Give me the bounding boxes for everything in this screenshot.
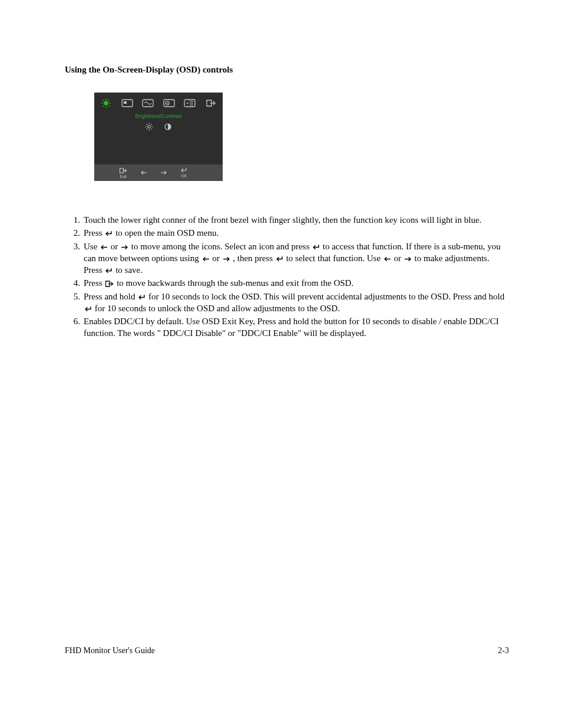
svg-point-0: [104, 101, 108, 105]
osd-sub-icons: [94, 123, 223, 133]
contrast-icon: [164, 123, 172, 133]
osd-bottom-bar: Exit OK: [94, 164, 223, 181]
right-arrow-icon: [121, 245, 128, 250]
svg-line-26: [147, 124, 147, 125]
enter-icon: [105, 230, 113, 237]
page-footer: FHD Monitor User's Guide 2-3: [65, 646, 509, 655]
position-icon: [121, 98, 133, 108]
svg-line-8: [108, 100, 110, 101]
brightness-icon: [100, 98, 112, 108]
step-6: 6. Enables DDC/CI by default. Use OSD Ex…: [65, 315, 509, 340]
osd-menu-figure: Brightness/Contrast: [94, 93, 223, 181]
options-icon: [184, 98, 196, 108]
svg-line-29: [151, 124, 151, 125]
sun-icon: [145, 123, 153, 133]
svg-point-21: [148, 126, 150, 128]
osd-section-label: Brightness/Contrast: [94, 113, 223, 119]
enter-icon: [105, 268, 113, 274]
right-arrow-icon: [404, 256, 412, 262]
svg-line-27: [151, 129, 151, 129]
image-properties-icon: [163, 98, 175, 108]
bottom-exit: Exit: [119, 167, 127, 179]
section-heading: Using the On-Screen-Display (OSD) contro…: [65, 65, 509, 75]
bottom-left-arrow: [140, 170, 147, 175]
instructions: 1. Touch the lower right conner of the f…: [65, 214, 509, 340]
osd-tab-row: [94, 93, 223, 110]
left-arrow-icon: [100, 245, 108, 250]
image-setup-icon: [142, 98, 154, 108]
svg-rect-9: [122, 100, 133, 107]
step-3: 3. Use or to move among the icons. Selec…: [65, 241, 509, 276]
step-2: 2. Press to open the main OSD menu.: [65, 227, 509, 239]
svg-line-5: [103, 100, 104, 101]
svg-line-6: [108, 106, 110, 107]
enter-icon: [276, 256, 283, 262]
bottom-right-arrow: [160, 170, 167, 175]
svg-line-28: [147, 129, 147, 129]
left-arrow-icon: [384, 256, 391, 262]
page-number: 2-3: [498, 646, 509, 655]
left-arrow-icon: [202, 256, 210, 262]
bottom-ok: OK: [180, 167, 187, 178]
right-arrow-icon: [223, 256, 230, 262]
enter-icon: [312, 244, 320, 251]
step-5: 5. Press and hold for 10 seconds to lock…: [65, 291, 509, 315]
svg-point-14: [167, 103, 168, 104]
svg-rect-10: [124, 101, 127, 104]
svg-line-7: [103, 106, 104, 107]
exit-icon: [205, 98, 217, 108]
enter-icon: [138, 294, 146, 301]
step-1: 1. Touch the lower right conner of the f…: [65, 214, 509, 226]
enter-icon: [84, 306, 92, 312]
exit-icon: [105, 280, 114, 288]
step-4: 4. Press to move backwards through the s…: [65, 277, 509, 289]
